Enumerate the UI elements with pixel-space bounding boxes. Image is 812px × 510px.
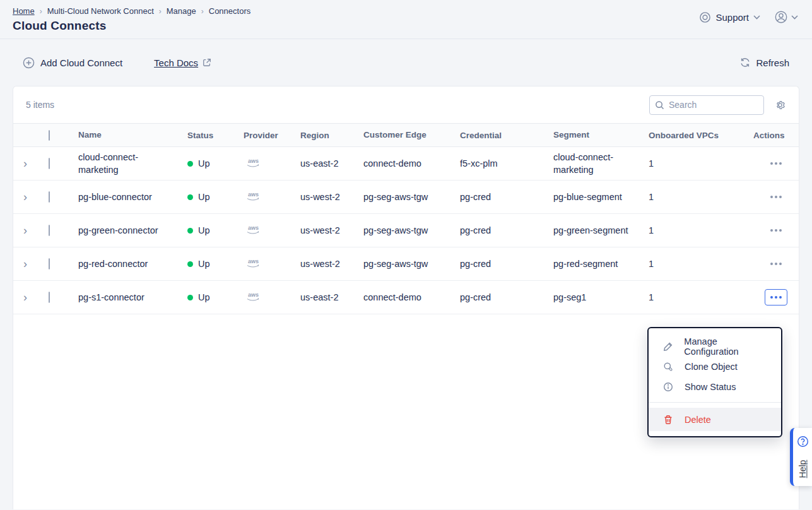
column-header-name: Name (78, 129, 187, 141)
row-expand-chevron-icon[interactable]: › (23, 224, 27, 237)
aws-provider-icon: aws (244, 291, 300, 304)
row-expand-chevron-icon[interactable]: › (23, 291, 27, 304)
table-header-row: Name Status Provider Region Customer Edg… (13, 123, 799, 147)
cell-provider: aws (244, 224, 300, 237)
breadcrumb-manage[interactable]: Manage (167, 6, 196, 16)
cell-onboarded-vpcs: 1 (649, 259, 753, 269)
breadcrumb-mcn-connect[interactable]: Multi-Cloud Network Connect (47, 6, 154, 16)
status-up-dot-icon (187, 194, 193, 200)
cell-status: Up (187, 192, 244, 202)
row-expand-chevron-icon[interactable]: › (23, 157, 27, 170)
row-actions-button[interactable] (765, 189, 787, 205)
tech-docs-label: Tech Docs (154, 57, 198, 68)
trash-icon (662, 415, 674, 425)
cell-credential: pg-cred (460, 192, 553, 202)
menu-item-label: Clone Object (685, 362, 738, 372)
table-row: › pg-blue-connector Up aws us-west-2 (13, 181, 799, 214)
help-label: Help (797, 460, 808, 478)
account-menu[interactable] (774, 10, 798, 24)
info-circle-icon (662, 382, 674, 392)
row-checkbox[interactable] (49, 225, 50, 236)
cell-segment: cloud-connect-marketing (553, 151, 649, 176)
column-header-actions: Actions (753, 131, 799, 140)
cell-status: Up (187, 158, 244, 169)
cell-customer-edge: connect-demo (363, 157, 460, 170)
search-box (649, 95, 764, 115)
breadcrumb-connectors[interactable]: Connectors (209, 6, 250, 16)
menu-item-clone-object[interactable]: Clone Object (649, 357, 781, 377)
column-header-status: Status (187, 131, 244, 140)
column-header-onboarded-vpcs: Onboarded VPCs (649, 131, 753, 140)
menu-item-show-status[interactable]: Show Status (649, 377, 781, 397)
cell-credential: pg-cred (460, 292, 553, 302)
cell-status: Up (187, 292, 244, 302)
table-toolbar: 5 items (13, 86, 799, 123)
aws-provider-icon: aws (244, 258, 300, 270)
row-actions-button[interactable] (765, 256, 787, 272)
life-ring-icon (699, 11, 711, 23)
column-header-region: Region (300, 131, 363, 140)
row-checkbox[interactable] (49, 258, 50, 270)
gear-icon[interactable] (774, 99, 786, 111)
cell-name: pg-s1-connector (78, 291, 187, 304)
cell-status: Up (187, 259, 244, 269)
breadcrumb-separator-icon: › (40, 7, 42, 16)
aws-provider-icon: aws (244, 224, 300, 237)
svg-text:aws: aws (248, 225, 259, 231)
add-cloud-connect-button[interactable]: Add Cloud Connect (23, 57, 122, 69)
chevron-down-icon (791, 15, 798, 20)
row-checkbox[interactable] (49, 191, 50, 203)
cell-region: us-west-2 (300, 192, 363, 202)
cloud-connects-table-card: 5 items Name Status (13, 86, 799, 509)
table-row: › cloud-connect-marketing Up aws us-e (13, 147, 799, 181)
column-header-credential: Credential (460, 131, 553, 140)
menu-item-label: Manage Configuration (684, 336, 771, 357)
cell-name: pg-green-connector (78, 224, 187, 237)
status-up-dot-icon (187, 295, 193, 300)
pencil-icon (662, 341, 673, 352)
menu-item-label: Show Status (685, 382, 736, 392)
search-input[interactable] (669, 100, 751, 110)
table-row: › pg-green-connector Up aws us-west-2 (13, 214, 799, 247)
avatar-icon (774, 10, 788, 24)
help-tab[interactable]: Help (790, 428, 812, 486)
question-circle-icon (797, 436, 809, 448)
cell-segment: pg-seg1 (553, 291, 649, 304)
menu-divider (649, 402, 781, 403)
cell-customer-edge: pg-seg-aws-tgw (363, 224, 460, 237)
status-up-dot-icon (187, 161, 193, 167)
row-actions-context-menu: Manage Configuration Clone Object Show S… (647, 327, 782, 437)
row-checkbox[interactable] (49, 158, 50, 169)
support-menu[interactable]: Support (699, 11, 760, 23)
cell-status: Up (187, 225, 244, 235)
refresh-icon (739, 57, 751, 68)
row-actions-button[interactable] (765, 289, 787, 305)
row-expand-chevron-icon[interactable]: › (23, 258, 27, 270)
breadcrumb: Home › Multi-Cloud Network Connect › Man… (13, 6, 799, 16)
menu-item-delete[interactable]: Delete (649, 408, 781, 431)
top-bar: Home › Multi-Cloud Network Connect › Man… (0, 0, 812, 39)
row-expand-chevron-icon[interactable]: › (23, 191, 27, 203)
cell-onboarded-vpcs: 1 (649, 225, 753, 235)
cell-provider: aws (244, 191, 300, 203)
menu-item-manage-configuration[interactable]: Manage Configuration (649, 336, 781, 357)
refresh-button[interactable]: Refresh (739, 57, 789, 68)
column-header-customer-edge: Customer Edge (363, 129, 460, 141)
cell-provider: aws (244, 157, 300, 170)
aws-provider-icon: aws (244, 191, 300, 203)
row-actions-button[interactable] (765, 222, 787, 239)
support-label: Support (715, 12, 749, 23)
action-toolbar: Add Cloud Connect Tech Docs Refresh (0, 39, 812, 86)
search-icon (655, 100, 664, 110)
row-checkbox[interactable] (49, 292, 50, 303)
status-up-dot-icon (187, 261, 193, 267)
tech-docs-link[interactable]: Tech Docs (154, 57, 211, 68)
breadcrumb-separator-icon: › (201, 7, 204, 16)
cell-segment: pg-red-segment (553, 258, 649, 270)
row-actions-button[interactable] (765, 155, 787, 172)
select-all-checkbox[interactable] (49, 130, 50, 141)
cell-provider: aws (244, 258, 300, 270)
svg-text:aws: aws (248, 292, 259, 298)
svg-text:aws: aws (248, 258, 259, 264)
breadcrumb-home[interactable]: Home (13, 6, 35, 16)
